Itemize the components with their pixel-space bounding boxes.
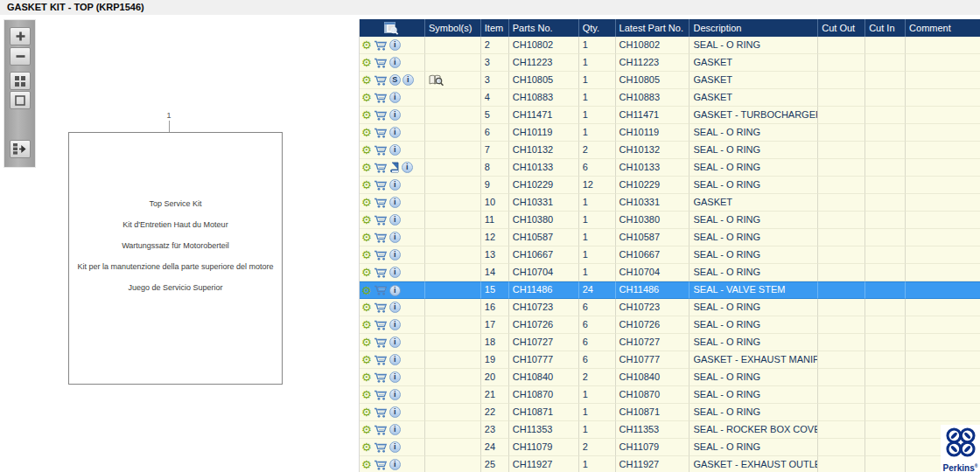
cart-icon[interactable] <box>374 57 388 69</box>
info-icon[interactable]: i <box>389 197 401 208</box>
cart-icon[interactable] <box>374 92 388 104</box>
info-icon[interactable]: i <box>389 267 401 278</box>
cart-icon[interactable] <box>374 249 388 261</box>
table-row[interactable]: ⚙i6CH101191CH10119SEAL - O RING <box>360 124 980 142</box>
zoom-in-button[interactable] <box>10 27 31 45</box>
cart-icon[interactable] <box>374 337 388 349</box>
cart-icon[interactable] <box>374 441 388 454</box>
gear-icon[interactable]: ⚙ <box>361 144 372 156</box>
s-badge-icon[interactable]: S <box>389 74 401 86</box>
gear-icon[interactable]: ⚙ <box>361 232 372 243</box>
gear-icon[interactable]: ⚙ <box>361 337 372 348</box>
table-row[interactable]: ⚙i8CH101336CH10133SEAL - O RING <box>360 159 980 177</box>
gear-icon[interactable]: ⚙ <box>361 389 372 400</box>
info-icon[interactable]: i <box>389 354 401 365</box>
cart-icon[interactable] <box>374 354 388 366</box>
cart-icon[interactable] <box>374 179 388 191</box>
table-row[interactable]: ⚙i11CH103801CH10380SEAL - O RING <box>360 212 980 229</box>
info-icon[interactable]: i <box>389 371 401 383</box>
info-icon[interactable]: i <box>389 389 401 400</box>
toggle-panel-button[interactable] <box>10 140 31 158</box>
gear-icon[interactable]: ⚙ <box>361 214 372 226</box>
fit-view-button[interactable] <box>10 91 31 109</box>
cart-icon[interactable] <box>374 302 388 314</box>
table-row[interactable]: ⚙i7CH101322CH10132SEAL - O RING <box>360 142 980 159</box>
cart-icon[interactable] <box>374 232 388 244</box>
cart-icon[interactable] <box>374 144 388 156</box>
cart-icon[interactable] <box>374 267 388 279</box>
table-row[interactable]: ⚙i25CH119271CH11927GASKET - EXHAUST OUTL… <box>360 456 980 472</box>
table-row[interactable]: ⚙i5CH114711CH11471GASKET - TURBOCHARGER <box>360 107 980 124</box>
table-row[interactable]: ⚙i15CH1148624CH11486SEAL - VALVE STEM <box>360 281 980 299</box>
gear-icon[interactable]: ⚙ <box>361 109 372 121</box>
info-icon[interactable]: i <box>402 74 414 86</box>
cart-icon[interactable] <box>374 127 388 139</box>
table-row[interactable]: ⚙i20CH108402CH10840SEAL - O RING <box>360 369 980 386</box>
table-row[interactable]: ⚙i10CH103311CH10331GASKET <box>360 194 980 212</box>
table-row[interactable]: ⚙i3CH112231CH11223GASKET <box>360 54 980 72</box>
table-row[interactable]: ⚙i12CH105871CH10587SEAL - O RING <box>360 229 980 246</box>
info-icon[interactable]: i <box>389 441 401 453</box>
table-row[interactable]: ⚙i22CH108711CH10871SEAL - O RING <box>360 404 980 421</box>
zoom-out-button[interactable] <box>10 47 31 66</box>
gear-icon[interactable]: ⚙ <box>361 267 372 278</box>
table-row[interactable]: ⚙i2CH108021CH10802SEAL - O RING <box>360 37 980 54</box>
gear-icon[interactable]: ⚙ <box>361 319 372 330</box>
cart-icon[interactable] <box>374 284 388 296</box>
info-icon[interactable]: i <box>389 127 401 138</box>
gear-icon[interactable]: ⚙ <box>361 424 372 435</box>
gear-icon[interactable]: ⚙ <box>361 354 372 365</box>
gear-icon[interactable]: ⚙ <box>361 406 372 418</box>
info-icon[interactable]: i <box>389 232 401 243</box>
gear-icon[interactable]: ⚙ <box>361 459 372 470</box>
gear-icon[interactable]: ⚙ <box>361 441 372 453</box>
info-icon[interactable]: i <box>389 57 401 68</box>
info-icon[interactable]: i <box>389 39 401 51</box>
info-icon[interactable]: i <box>389 109 401 121</box>
cart-icon[interactable] <box>374 162 388 174</box>
cart-icon[interactable] <box>374 319 388 331</box>
info-icon[interactable]: i <box>389 337 401 348</box>
gear-icon[interactable]: ⚙ <box>361 127 372 138</box>
part-box[interactable]: Top Service KitKit d'Entretien Haut du M… <box>68 132 283 385</box>
table-row[interactable]: ⚙i18CH107276CH10727SEAL - O RING <box>360 334 980 351</box>
info-icon[interactable]: i <box>389 459 401 470</box>
cart-icon[interactable] <box>374 371 388 384</box>
gear-icon[interactable]: ⚙ <box>361 39 372 51</box>
gear-icon[interactable]: ⚙ <box>361 197 372 208</box>
table-row[interactable]: ⚙i9CH1022912CH10229SEAL - O RING <box>360 177 980 194</box>
gear-icon[interactable]: ⚙ <box>361 92 372 103</box>
info-icon[interactable]: i <box>389 144 401 156</box>
cart-icon[interactable] <box>374 406 388 419</box>
info-icon[interactable]: i <box>389 249 401 260</box>
gear-icon[interactable]: ⚙ <box>361 285 372 296</box>
table-row[interactable]: ⚙i4CH108831CH10883GASKET <box>360 89 980 107</box>
book-icon[interactable] <box>389 162 400 174</box>
table-row[interactable]: ⚙i16CH107236CH10723SEAL - O RING <box>360 299 980 316</box>
info-icon[interactable]: i <box>389 285 401 296</box>
info-icon[interactable]: i <box>389 424 401 435</box>
info-icon[interactable]: i <box>389 302 401 313</box>
info-icon[interactable]: i <box>389 214 401 226</box>
cart-icon[interactable] <box>374 459 388 471</box>
info-icon[interactable]: i <box>389 406 401 418</box>
info-icon[interactable]: i <box>389 179 401 191</box>
gear-icon[interactable]: ⚙ <box>361 302 372 313</box>
cart-icon[interactable] <box>374 39 388 52</box>
gear-icon[interactable]: ⚙ <box>361 249 372 260</box>
cart-icon[interactable] <box>374 74 388 87</box>
table-row[interactable]: ⚙i17CH107266CH10726SEAL - O RING <box>360 316 980 334</box>
table-row[interactable]: ⚙Si3CH108051CH10805GASKET <box>360 72 980 89</box>
cart-icon[interactable] <box>374 424 388 436</box>
cart-icon[interactable] <box>374 389 388 401</box>
table-row[interactable]: ⚙i19CH107776CH10777GASKET - EXHAUST MANI… <box>360 351 980 369</box>
gear-icon[interactable]: ⚙ <box>361 57 372 68</box>
table-row[interactable]: ⚙i24CH110792CH11079SEAL - O RING <box>360 439 980 456</box>
table-row[interactable]: ⚙i21CH108701CH10870SEAL - O RING <box>360 386 980 404</box>
table-row[interactable]: ⚙i14CH107041CH10704SEAL - O RING <box>360 264 980 281</box>
callout-label[interactable]: 1 <box>163 111 175 120</box>
book-magnifier-icon[interactable] <box>429 74 444 87</box>
info-icon[interactable]: i <box>389 319 401 330</box>
tile-view-button[interactable] <box>10 72 31 90</box>
gear-icon[interactable]: ⚙ <box>361 371 372 383</box>
